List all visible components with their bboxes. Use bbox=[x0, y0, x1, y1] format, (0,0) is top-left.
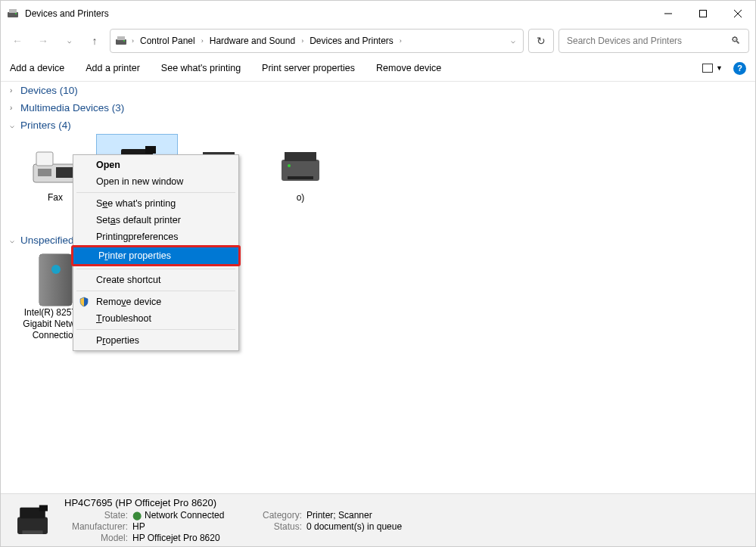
ctx-properties[interactable]: Properties bbox=[73, 332, 238, 349]
details-name: HP4C7695 (HP Officejet Pro 8620) bbox=[64, 497, 746, 508]
add-printer-command[interactable]: Add a printer bbox=[86, 63, 140, 73]
close-button[interactable] bbox=[720, 2, 755, 26]
svg-rect-13 bbox=[56, 167, 74, 178]
details-model-label: Model: bbox=[64, 533, 132, 543]
svg-rect-35 bbox=[39, 505, 48, 511]
details-pane: HP4C7695 (HP Officejet Pro 8620) State: … bbox=[1, 493, 755, 546]
window-title: Devices and Printers bbox=[25, 8, 109, 19]
chevron-right-icon: › bbox=[10, 86, 20, 95]
titlebar: Devices and Printers bbox=[1, 1, 755, 26]
printer-icon bbox=[262, 138, 339, 192]
breadcrumb-segment[interactable]: Devices and Printers bbox=[306, 34, 397, 48]
svg-point-30 bbox=[51, 265, 61, 274]
details-status-value: 0 document(s) in queue bbox=[306, 521, 458, 532]
ctx-separator bbox=[76, 291, 235, 291]
group-label: Devices bbox=[20, 85, 57, 96]
group-label: Unspecified bbox=[20, 235, 74, 246]
svg-point-2 bbox=[15, 13, 17, 14]
group-multimedia[interactable]: › Multimedia Devices (3) bbox=[7, 99, 749, 117]
search-input[interactable]: Search Devices and Printers 🔍︎ bbox=[558, 29, 749, 53]
ctx-open-new-window[interactable]: Open in new window bbox=[73, 173, 238, 190]
ctx-troubleshoot[interactable]: Troubleshoot bbox=[73, 310, 238, 327]
search-icon: 🔍︎ bbox=[731, 35, 741, 46]
details-state-label: State: bbox=[64, 510, 132, 521]
print-server-props-command[interactable]: Print server properties bbox=[262, 63, 355, 73]
recent-dropdown[interactable]: ⌵ bbox=[58, 30, 79, 51]
view-options-button[interactable]: ▼ bbox=[702, 64, 723, 73]
search-placeholder: Search Devices and Printers bbox=[567, 36, 682, 46]
chevron-right-icon: › bbox=[10, 104, 20, 112]
forward-button[interactable]: → bbox=[33, 30, 54, 51]
chevron-down-icon: ⌵ bbox=[10, 236, 20, 244]
ctx-separator bbox=[76, 329, 235, 330]
details-category-value: Printer; Scanner bbox=[306, 510, 458, 521]
group-printers[interactable]: ⌵ Printers (4) bbox=[7, 117, 749, 134]
add-device-command[interactable]: Add a device bbox=[10, 63, 64, 73]
see-printing-command[interactable]: See what's printing bbox=[161, 63, 241, 73]
refresh-button[interactable]: ↻ bbox=[528, 29, 554, 53]
group-count: (4) bbox=[58, 120, 71, 131]
details-model-value: HP Officejet Pro 8620 bbox=[132, 533, 254, 543]
svg-rect-17 bbox=[145, 146, 156, 154]
ctx-printer-properties[interactable]: Printer properties bbox=[73, 247, 238, 264]
printers-row: Fax HP4C7695 (HP Officejet Pro 8620) bbox=[7, 134, 749, 232]
ctx-see-printing[interactable]: See what's printing bbox=[73, 195, 238, 212]
svg-rect-7 bbox=[116, 39, 126, 45]
help-icon[interactable]: ? bbox=[733, 62, 746, 75]
breadcrumb-segment[interactable]: Hardware and Sound bbox=[207, 34, 298, 48]
details-thumbnail bbox=[10, 502, 55, 539]
device-label: o) bbox=[262, 192, 339, 204]
chevron-right-icon: › bbox=[132, 37, 134, 45]
group-count: (3) bbox=[112, 102, 125, 113]
chevron-down-icon: ⌵ bbox=[10, 121, 20, 129]
command-bar: Add a device Add a printer See what's pr… bbox=[1, 55, 755, 82]
ctx-highlight-border: Printer properties bbox=[71, 245, 241, 266]
group-label: Multimedia Devices bbox=[20, 102, 109, 113]
svg-rect-14 bbox=[38, 169, 51, 176]
svg-point-27 bbox=[288, 164, 291, 167]
breadcrumb-segment[interactable]: Control Panel bbox=[137, 34, 198, 48]
group-label: Printers bbox=[20, 120, 56, 131]
content-area: › Devices (10) › Multimedia Devices (3) … bbox=[1, 82, 755, 347]
device-printer-4[interactable]: o) bbox=[260, 134, 341, 232]
details-state-value: ⬤Network Connected bbox=[132, 510, 254, 521]
chevron-right-icon: › bbox=[301, 37, 303, 45]
svg-rect-0 bbox=[8, 12, 18, 17]
maximize-button[interactable] bbox=[686, 2, 720, 26]
minimize-button[interactable] bbox=[651, 2, 686, 26]
svg-rect-10 bbox=[703, 64, 713, 73]
chevron-right-icon: › bbox=[201, 37, 204, 45]
back-button[interactable]: ← bbox=[7, 30, 28, 51]
remove-device-command[interactable]: Remove device bbox=[376, 63, 441, 73]
ctx-separator bbox=[76, 192, 235, 193]
svg-rect-25 bbox=[285, 152, 316, 161]
group-count: (10) bbox=[60, 85, 78, 96]
breadcrumb-dropdown[interactable]: ⌵ bbox=[508, 36, 518, 45]
svg-rect-29 bbox=[39, 254, 72, 306]
ctx-printing-prefs[interactable]: Printing preferences bbox=[73, 228, 238, 245]
ctx-create-shortcut[interactable]: Create shortcut bbox=[73, 272, 238, 288]
context-menu: Open Open in new window See what's print… bbox=[73, 154, 239, 351]
svg-rect-1 bbox=[9, 9, 17, 13]
breadcrumb-icon bbox=[115, 35, 127, 47]
ctx-set-default[interactable]: Set as default printer bbox=[73, 212, 238, 228]
breadcrumb[interactable]: › Control Panel › Hardware and Sound › D… bbox=[110, 29, 524, 53]
navbar: ← → ⌵ ↑ › Control Panel › Hardware and S… bbox=[1, 26, 755, 55]
shield-icon bbox=[78, 296, 90, 308]
details-status-label: Status: bbox=[254, 521, 306, 532]
ctx-remove-device[interactable]: Remove device bbox=[73, 294, 238, 310]
chevron-right-icon: › bbox=[400, 37, 402, 45]
ctx-open[interactable]: Open bbox=[73, 157, 238, 173]
svg-rect-26 bbox=[288, 176, 313, 179]
details-category-label: Category: bbox=[254, 510, 306, 521]
svg-point-9 bbox=[123, 40, 125, 42]
group-devices[interactable]: › Devices (10) bbox=[7, 82, 749, 99]
titlebar-icon bbox=[7, 8, 19, 20]
up-button[interactable]: ↑ bbox=[84, 30, 105, 51]
svg-rect-4 bbox=[700, 10, 707, 17]
svg-rect-12 bbox=[36, 152, 53, 166]
svg-rect-36 bbox=[22, 530, 42, 534]
svg-rect-8 bbox=[117, 36, 125, 40]
details-manufacturer-value: HP bbox=[132, 521, 254, 532]
window-controls bbox=[651, 2, 755, 26]
